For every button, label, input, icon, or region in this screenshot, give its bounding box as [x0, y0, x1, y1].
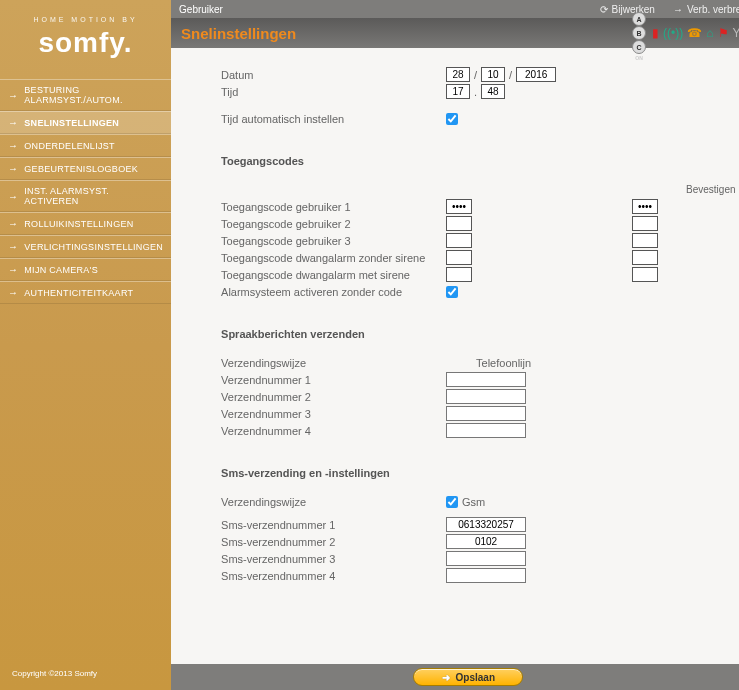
arrow-right-icon: →	[8, 90, 18, 101]
arrow-right-icon: ➜	[442, 672, 450, 683]
access-code-label: Toegangscode gebruiker 2	[221, 218, 446, 230]
access-codes-heading: Toegangscodes	[221, 155, 739, 167]
sidebar-item-label: BESTURING ALARMSYST./AUTOM.	[24, 85, 163, 105]
flag-icon: ⚑	[718, 26, 729, 40]
sms-number-input-1[interactable]	[446, 534, 526, 549]
sidebar-item-label: SNELINSTELLINGEN	[24, 118, 119, 128]
sidebar-item-label: ONDERDELENLIJST	[24, 141, 115, 151]
phone-icon: ☎	[687, 26, 702, 40]
voice-number-input-1[interactable]	[446, 389, 526, 404]
sidebar-item-5[interactable]: →ROLLUIKINSTELLINGEN	[0, 212, 171, 235]
sms-method-value: Gsm	[462, 496, 485, 508]
access-code-confirm-0[interactable]	[632, 199, 658, 214]
sidebar-item-label: MIJN CAMERA'S	[24, 265, 98, 275]
sms-number-label: Sms-verzendnummer 3	[221, 553, 446, 565]
sms-heading: Sms-verzending en -instellingen	[221, 467, 739, 479]
battery-icon: ▮	[652, 26, 659, 40]
access-code-label: Toegangscode gebruiker 1	[221, 201, 446, 213]
sidebar-item-label: AUTHENTICITEITKAART	[24, 288, 133, 298]
sms-number-input-2[interactable]	[446, 551, 526, 566]
access-code-input-3[interactable]	[446, 250, 472, 265]
access-code-input-0[interactable]	[446, 199, 472, 214]
auto-time-label: Tijd automatisch instellen	[221, 113, 446, 125]
voice-number-label: Verzendnummer 3	[221, 408, 446, 420]
access-code-label: Toegangscode dwangalarm met sirene	[221, 269, 446, 281]
access-code-confirm-3[interactable]	[632, 250, 658, 265]
zone-a-pill: AON	[632, 12, 646, 26]
zone-c-pill: CON	[632, 40, 646, 54]
sidebar-item-label: VERLICHTINGSINSTELLINGEN	[24, 242, 163, 252]
no-code-label: Alarmsysteem activeren zonder code	[221, 286, 446, 298]
date-day-input[interactable]	[446, 67, 470, 82]
page-title: Snelinstellingen	[181, 25, 296, 42]
sms-number-label: Sms-verzendnummer 1	[221, 519, 446, 531]
sidebar-item-0[interactable]: →BESTURING ALARMSYST./AUTOM.	[0, 79, 171, 111]
house-icon: ⌂	[706, 26, 713, 40]
sms-number-input-3[interactable]	[446, 568, 526, 583]
arrow-right-icon: →	[8, 218, 18, 229]
brand: HOME MOTION BY somfy.	[0, 0, 171, 79]
sidebar: HOME MOTION BY somfy. →BESTURING ALARMSY…	[0, 0, 171, 690]
sidebar-item-1[interactable]: →SNELINSTELLINGEN	[0, 111, 171, 134]
access-code-confirm-2[interactable]	[632, 233, 658, 248]
date-month-input[interactable]	[481, 67, 505, 82]
voice-number-label: Verzendnummer 1	[221, 374, 446, 386]
sidebar-item-label: ROLLUIKINSTELLINGEN	[24, 219, 133, 229]
sidebar-item-6[interactable]: →VERLICHTINGSINSTELLINGEN	[0, 235, 171, 258]
time-minute-input[interactable]	[481, 84, 505, 99]
voice-number-label: Verzendnummer 2	[221, 391, 446, 403]
voice-number-input-3[interactable]	[446, 423, 526, 438]
copyright: Copyright ©2013 Somfy	[0, 657, 171, 690]
access-code-confirm-4[interactable]	[632, 267, 658, 282]
nav: →BESTURING ALARMSYST./AUTOM.→SNELINSTELL…	[0, 79, 171, 304]
sidebar-item-label: INST. ALARMSYST. ACTIVEREN	[24, 186, 163, 206]
access-code-confirm-1[interactable]	[632, 216, 658, 231]
brand-logo: somfy.	[0, 27, 171, 59]
access-code-input-1[interactable]	[446, 216, 472, 231]
refresh-icon: ⟳	[600, 4, 608, 15]
arrow-right-icon: →	[8, 140, 18, 151]
sms-number-label: Sms-verzendnummer 2	[221, 536, 446, 548]
access-code-label: Toegangscode gebruiker 3	[221, 235, 446, 247]
voice-heading: Spraakberichten verzenden	[221, 328, 739, 340]
sidebar-item-2[interactable]: →ONDERDELENLIJST	[0, 134, 171, 157]
access-code-input-4[interactable]	[446, 267, 472, 282]
arrow-right-icon: →	[8, 163, 18, 174]
arrow-right-icon: →	[8, 287, 18, 298]
voice-number-input-0[interactable]	[446, 372, 526, 387]
arrow-right-icon: →	[8, 191, 18, 202]
sms-number-input-0[interactable]	[446, 517, 526, 532]
date-year-input[interactable]	[516, 67, 556, 82]
arrow-right-icon: →	[8, 241, 18, 252]
signal-icon: ((•))	[663, 26, 683, 40]
voice-number-label: Verzendnummer 4	[221, 425, 446, 437]
header: Snelinstellingen AONBOFFCON ▮ ((•)) ☎ ⌂ …	[171, 18, 739, 48]
save-button[interactable]: ➜ Opslaan	[413, 668, 523, 686]
sidebar-item-7[interactable]: →MIJN CAMERA'S	[0, 258, 171, 281]
content: Datum / / Tijd . Tijd automatisch instel…	[171, 48, 739, 664]
antenna-icon: Y	[733, 26, 739, 40]
save-label: Opslaan	[456, 672, 495, 683]
time-hour-input[interactable]	[446, 84, 470, 99]
sidebar-item-8[interactable]: →AUTHENTICITEITKAART	[0, 281, 171, 304]
access-code-label: Toegangscode dwangalarm zonder sirene	[221, 252, 446, 264]
sms-method-label: Verzendingswijze	[221, 496, 446, 508]
sidebar-item-label: GEBEURTENISLOGBOEK	[24, 164, 138, 174]
access-code-input-2[interactable]	[446, 233, 472, 248]
topbar-user: Gebruiker	[179, 4, 223, 15]
sidebar-item-3[interactable]: →GEBEURTENISLOGBOEK	[0, 157, 171, 180]
sms-gsm-checkbox[interactable]	[446, 496, 458, 508]
arrow-right-icon: →	[8, 264, 18, 275]
auto-time-checkbox[interactable]	[446, 113, 458, 125]
main: Gebruiker ⟳ Bijwerken → Verb. verbreken …	[171, 0, 739, 690]
voice-method-value: Telefoonlijn	[476, 357, 531, 369]
sms-number-label: Sms-verzendnummer 4	[221, 570, 446, 582]
voice-method-label: Verzendingswijze	[221, 357, 446, 369]
sidebar-item-4[interactable]: →INST. ALARMSYST. ACTIVEREN	[0, 180, 171, 212]
voice-number-input-2[interactable]	[446, 406, 526, 421]
no-code-checkbox[interactable]	[446, 286, 458, 298]
arrow-right-icon: →	[8, 117, 18, 128]
zone-b-pill: BOFF	[632, 26, 646, 40]
brand-tagline: HOME MOTION BY	[0, 16, 171, 23]
confirm-heading: Bevestigen	[686, 184, 739, 195]
